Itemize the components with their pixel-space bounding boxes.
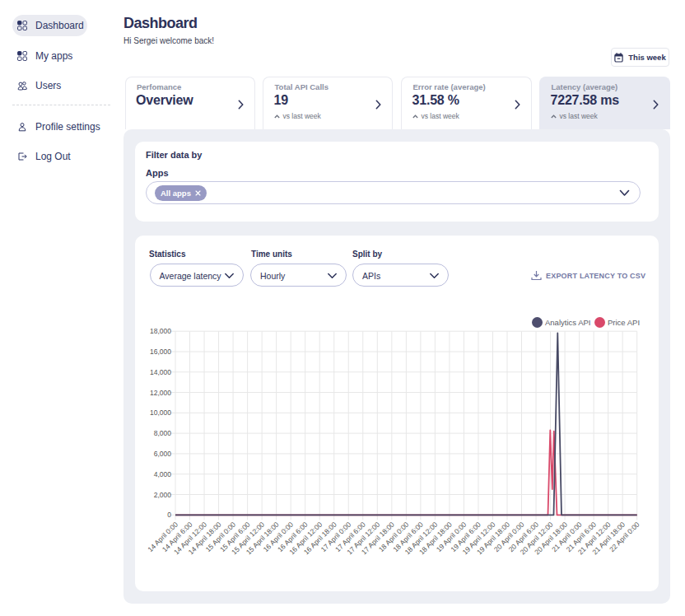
svg-text:2,000: 2,000 bbox=[154, 491, 172, 499]
svg-text:10,000: 10,000 bbox=[150, 408, 171, 417]
svg-text:8,000: 8,000 bbox=[154, 429, 172, 437]
svg-text:16,000: 16,000 bbox=[150, 348, 171, 356]
svg-text:4,000: 4,000 bbox=[154, 470, 172, 478]
svg-text:14,000: 14,000 bbox=[150, 368, 171, 376]
svg-text:18,000: 18,000 bbox=[150, 327, 171, 335]
svg-text:6,000: 6,000 bbox=[154, 450, 172, 458]
svg-text:0: 0 bbox=[167, 511, 171, 519]
svg-text:12,000: 12,000 bbox=[150, 389, 171, 397]
